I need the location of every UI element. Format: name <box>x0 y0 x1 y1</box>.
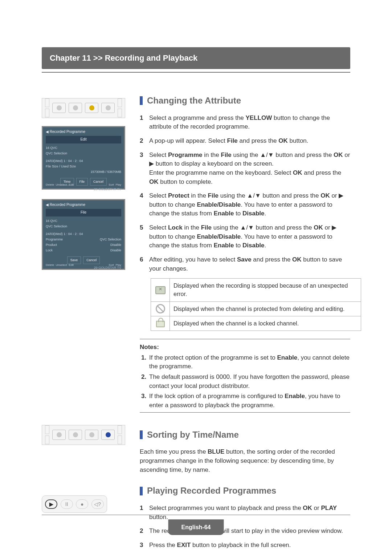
chapter-banner: Chapter 11 >> Recording and Playback <box>42 47 350 69</box>
tv-screenshot-file: ◀ Recorded Programme File 16 QVC QVC Sel… <box>42 199 125 270</box>
chapter-divider <box>42 72 350 73</box>
tv-screenshot-edit: ◀ Recorded Programme Edit 16 QVC QVC Sel… <box>42 126 125 190</box>
pause-button-icon: II <box>61 499 73 509</box>
section-title-sort: Sorting by Time/Name <box>140 429 350 441</box>
sort-body: Each time you press the BLUE button, the… <box>140 447 350 474</box>
section-title-attribute: Changing the Attribute <box>140 94 350 107</box>
stop-button-icon: ● <box>76 499 88 509</box>
blue-button-icon <box>101 430 115 440</box>
steps-attribute: 1Select a programme and press the YELLOW… <box>140 114 350 274</box>
remote-strip-play: ▶ II ● ◁? <box>42 495 107 513</box>
rewind-button-icon: ◁? <box>91 499 104 509</box>
footer-divider <box>42 515 350 515</box>
play-button-icon: ▶ <box>45 499 57 509</box>
lock-icon <box>156 321 165 327</box>
notes-block: Notes: 1.If the protect option of the pr… <box>140 343 350 410</box>
protect-icon <box>156 304 165 313</box>
remote-strip-blue <box>42 425 125 445</box>
error-icon <box>155 286 166 294</box>
remote-strip-yellow <box>42 98 125 118</box>
icon-meaning-table: Displayed when the recording is stopped … <box>151 278 361 331</box>
page-number-badge: English-64 <box>168 519 224 535</box>
section-title-play: Playing Recorded Programmes <box>140 485 350 497</box>
yellow-button-icon <box>85 103 98 113</box>
